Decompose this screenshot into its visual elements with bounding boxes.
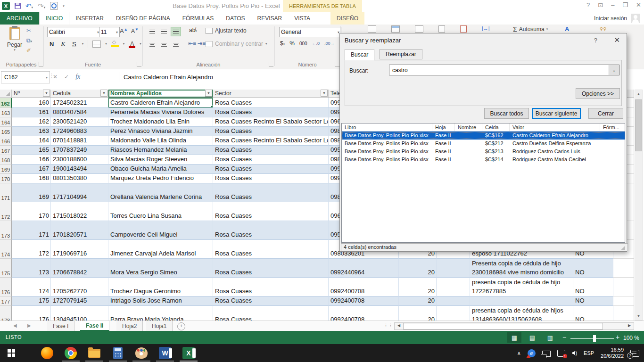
- taskbar-explorer[interactable]: [83, 344, 106, 362]
- number-dialog-launcher[interactable]: [335, 62, 339, 67]
- filter-dropdown-icon[interactable]: ▼: [321, 90, 328, 97]
- formula-bar-value[interactable]: Castro Calderon Efrain Alejandro: [124, 74, 213, 81]
- find-next-button[interactable]: Buscar siguiente: [532, 108, 581, 119]
- cell-n[interactable]: 169: [12, 183, 51, 202]
- cell-cedula[interactable]: 1719069716: [51, 240, 108, 259]
- find-select-icon[interactable]: ⚲⚲: [600, 26, 607, 32]
- taskbar-calculator[interactable]: [107, 344, 129, 362]
- cell-cedula[interactable]: 0803407584: [51, 108, 108, 117]
- row-header-167[interactable]: 167: [0, 146, 12, 155]
- taskbar-excel[interactable]: X: [177, 344, 200, 362]
- row-header-174[interactable]: 174: [0, 240, 12, 259]
- shrink-font-button[interactable]: A▼: [131, 27, 139, 34]
- column-header-nombres[interactable]: Nombres Apellidos▼: [108, 90, 213, 98]
- cell-nombres[interactable]: Perez Vinasco Viviana Jazmin: [108, 127, 213, 136]
- cell-sector[interactable]: Rosa Cuases: [213, 259, 329, 278]
- decrease-decimal-icon[interactable]: .00→: [324, 41, 335, 46]
- cell-j[interactable]: [613, 278, 634, 296]
- result-row[interactable]: Base Datos Proy. Pollos Pio Pio.xlsxFase…: [342, 140, 625, 148]
- cell-observaciones[interactable]: [470, 296, 573, 306]
- zoom-slider-track[interactable]: [570, 338, 614, 339]
- page-break-view-button[interactable]: ▥: [543, 332, 557, 343]
- align-top-button[interactable]: [147, 27, 157, 36]
- cell-20[interactable]: 20: [399, 306, 437, 321]
- cell-n[interactable]: 172: [12, 240, 51, 259]
- filter-dropdown-icon[interactable]: ▼: [205, 90, 212, 97]
- zoom-slider-thumb[interactable]: [593, 335, 596, 342]
- cell-cedula[interactable]: 2300188600: [51, 155, 108, 165]
- options-button[interactable]: Opciones >>: [576, 88, 620, 99]
- find-all-button[interactable]: Buscar todos: [484, 108, 529, 119]
- cell-telefono[interactable]: 0992400708: [329, 296, 399, 306]
- fill-color-icon[interactable]: [111, 41, 119, 47]
- cut-icon[interactable]: ✂: [26, 27, 32, 34]
- conditional-format-icon[interactable]: [368, 25, 376, 33]
- ribbon-tab-datos[interactable]: DATOS: [220, 12, 251, 25]
- horizontal-scroll-thumb[interactable]: [403, 323, 603, 329]
- ribbon-display-options-button[interactable]: ⊡: [598, 1, 603, 8]
- row-header-166[interactable]: 166: [0, 136, 12, 146]
- column-header-n[interactable]: Nº▼: [12, 90, 51, 98]
- underline-button[interactable]: S: [71, 41, 78, 48]
- cell-n[interactable]: 168: [12, 174, 51, 183]
- filter-dropdown-icon[interactable]: ▼: [100, 90, 107, 97]
- cell-n[interactable]: 164: [12, 136, 51, 146]
- find-input[interactable]: castro ⌄: [389, 65, 619, 75]
- row-header-163[interactable]: 163: [0, 108, 12, 117]
- zoom-percentage[interactable]: 100 %: [623, 335, 639, 341]
- cell-n[interactable]: 167: [12, 165, 51, 174]
- scroll-up-icon[interactable]: ▲: [635, 90, 642, 98]
- row-header-178[interactable]: 178: [0, 306, 12, 321]
- row-header-170[interactable]: 170: [0, 174, 12, 183]
- speaker-icon[interactable]: ): [572, 351, 577, 356]
- percent-button[interactable]: %: [289, 40, 295, 47]
- row-header-171[interactable]: 171: [0, 183, 12, 202]
- cell-cedula[interactable]: 1717104994: [51, 183, 108, 202]
- cell-no[interactable]: NO: [573, 278, 613, 296]
- results-column-hoja[interactable]: Hoja: [432, 123, 455, 131]
- notification-center-icon[interactable]: [630, 350, 639, 357]
- tab-reemplazar[interactable]: Reemplazar: [380, 49, 422, 59]
- result-row[interactable]: Base Datos Proy. Pollos Pio Pio.xlsxFase…: [342, 148, 625, 156]
- font-color-dropdown-icon[interactable]: ▾: [140, 42, 141, 46]
- cell-sector[interactable]: Rosa Cuases: [213, 155, 329, 165]
- cell-cedula[interactable]: 1900143494: [51, 165, 108, 174]
- ribbon-tab-dise-o-de-p-gina[interactable]: DISEÑO DE PÁGINA: [110, 12, 176, 25]
- file-tab[interactable]: ARCHIVO: [0, 12, 39, 25]
- cell-cedula[interactable]: 1707837249: [51, 146, 108, 155]
- tab-buscar[interactable]: Buscar: [345, 49, 374, 60]
- cell-j[interactable]: [613, 296, 634, 306]
- increase-decimal-icon[interactable]: ←.0: [312, 41, 320, 46]
- cell-n[interactable]: 170: [12, 202, 51, 221]
- cell-nombres[interactable]: Campoverde Celi Miguel: [108, 221, 213, 240]
- results-column-valor[interactable]: Valor: [510, 123, 600, 131]
- font-color-icon[interactable]: A: [129, 41, 135, 47]
- cell-n[interactable]: 160: [12, 98, 51, 108]
- sheet-tab-hoja1[interactable]: Hoja1: [146, 321, 173, 331]
- alignment-dialog-launcher[interactable]: [269, 62, 273, 67]
- ribbon-tab-insertar[interactable]: INSERTAR: [69, 12, 110, 25]
- cell-n[interactable]: 171: [12, 221, 51, 240]
- tab-scroll-splitter[interactable]: ⋮⋮: [384, 323, 393, 328]
- cell-cedula[interactable]: 0701418881: [51, 136, 108, 146]
- print-preview-icon[interactable]: [50, 2, 58, 10]
- comma-style-button[interactable]: 000: [299, 41, 307, 46]
- qat-customize-icon[interactable]: ▾: [63, 4, 65, 8]
- decrease-indent-icon[interactable]: ⇤≡: [188, 40, 196, 49]
- normal-view-button[interactable]: ▦: [507, 332, 521, 343]
- cell-20[interactable]: 20: [399, 259, 437, 278]
- cell-blank[interactable]: [437, 259, 470, 278]
- ribbon-tab-f-rmulas[interactable]: FÓRMULAS: [176, 12, 220, 25]
- cell-sector[interactable]: Rosa Cuases: [213, 240, 329, 259]
- minimize-button[interactable]: –: [611, 1, 614, 8]
- increase-indent-icon[interactable]: ⇥≡: [198, 40, 206, 49]
- sheet-tab-fase-ii[interactable]: Fase II: [80, 321, 109, 331]
- row-header-176[interactable]: 176: [0, 278, 12, 296]
- clock[interactable]: 16:59 20/6/2022: [601, 347, 624, 359]
- cell-cedula[interactable]: 1724502321: [51, 98, 108, 108]
- cell-sector[interactable]: Rosa Cuases: [213, 98, 329, 108]
- cell-nombres[interactable]: Mora Vera Sergio Simeo: [108, 259, 213, 278]
- select-all-corner[interactable]: [0, 90, 12, 98]
- sort-filter-icon[interactable]: A: [565, 25, 569, 33]
- bold-button[interactable]: N: [48, 41, 55, 48]
